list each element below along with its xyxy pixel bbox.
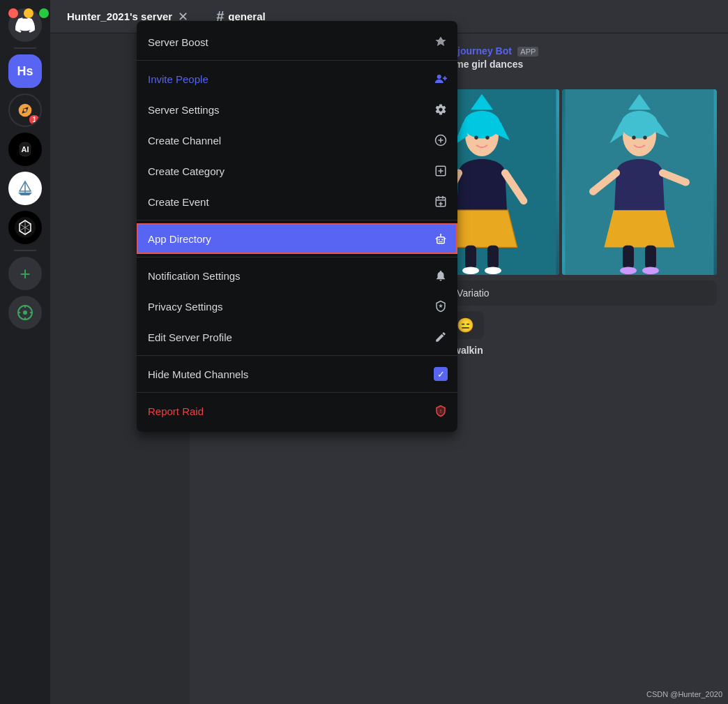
close-button[interactable] <box>8 8 18 18</box>
maximize-button[interactable] <box>39 8 49 18</box>
svg-rect-26 <box>437 237 445 244</box>
cube-server-icon <box>15 217 36 238</box>
menu-item-hide-muted-channels[interactable]: Hide Muted Channels ✓ <box>137 359 457 389</box>
boat-server-icon <box>13 176 38 201</box>
svg-point-31 <box>440 234 441 235</box>
bell-icon <box>432 267 449 284</box>
anime-figure-2 <box>562 89 717 275</box>
svg-point-44 <box>474 136 478 140</box>
shield-star-icon <box>432 298 449 315</box>
menu-separator-3 <box>137 257 457 257</box>
menu-separator-1 <box>137 60 457 61</box>
plus-square-icon <box>432 163 449 179</box>
ai-server-icon: AI <box>14 138 36 160</box>
sidebar-item-cube-server[interactable] <box>8 211 42 244</box>
svg-point-13 <box>437 75 441 79</box>
boost-icon <box>432 33 449 50</box>
svg-rect-48 <box>623 246 634 269</box>
invite-icon <box>432 70 449 87</box>
gear-icon <box>432 101 449 118</box>
menu-item-server-settings[interactable]: Server Settings <box>137 94 457 125</box>
menu-item-edit-server-profile[interactable]: Edit Server Profile <box>137 322 457 352</box>
svg-point-51 <box>642 267 659 274</box>
sidebar-item-ai-server[interactable]: AI <box>8 133 42 166</box>
notification-badge: 1 <box>28 114 40 126</box>
svg-rect-40 <box>487 246 499 269</box>
svg-point-43 <box>463 111 500 139</box>
menu-item-invite-people[interactable]: Invite People <box>137 63 457 94</box>
sidebar-item-add-server[interactable]: + <box>8 257 42 290</box>
minimize-button[interactable] <box>24 8 33 18</box>
menu-item-create-event[interactable]: Create Event <box>137 186 457 217</box>
sidebar-item-hs-server[interactable]: Hs <box>8 54 42 88</box>
sidebar-divider-2 <box>14 250 36 251</box>
menu-item-server-boost[interactable]: Server Boost <box>137 27 457 57</box>
menu-item-notification-settings[interactable]: Notification Settings <box>137 260 457 291</box>
add-server-icon: + <box>20 264 30 283</box>
svg-point-54 <box>643 136 646 140</box>
svg-text:!: ! <box>440 408 442 414</box>
svg-point-50 <box>620 267 637 274</box>
checkbox-checked-icon: ✓ <box>432 366 449 382</box>
svg-rect-49 <box>645 246 656 269</box>
discover-icon <box>17 304 33 321</box>
window-controls <box>8 8 49 18</box>
svg-point-53 <box>632 136 635 140</box>
robot-icon <box>432 230 449 247</box>
svg-point-1 <box>24 109 27 112</box>
menu-separator-5 <box>137 392 457 393</box>
menu-separator-2 <box>137 220 457 220</box>
svg-point-45 <box>485 136 489 140</box>
anime-image-2 <box>562 89 717 275</box>
menu-item-app-directory[interactable]: App Directory <box>137 223 457 254</box>
menu-item-create-category[interactable]: Create Category <box>137 156 457 186</box>
pencil-edit-icon <box>432 329 449 345</box>
svg-text:AI: AI <box>22 145 29 153</box>
sidebar-item-pencil-server[interactable]: 1 <box>8 93 42 127</box>
sidebar-divider <box>14 47 36 49</box>
svg-point-52 <box>621 111 658 139</box>
menu-separator-4 <box>137 355 457 356</box>
sidebar-item-boat-server[interactable] <box>8 172 42 205</box>
watermark-text: CSDN @Hunter_2020 <box>646 690 722 698</box>
svg-point-8 <box>23 310 27 315</box>
shield-danger-icon: ! <box>432 403 449 419</box>
sidebar-item-discover[interactable] <box>8 296 42 329</box>
hs-server-label: Hs <box>17 64 33 79</box>
svg-point-42 <box>485 267 501 274</box>
server-sidebar: Hs 1 AI <box>0 0 50 704</box>
svg-point-41 <box>462 267 479 274</box>
menu-item-create-channel[interactable]: Create Channel <box>137 125 457 156</box>
svg-rect-39 <box>465 246 476 269</box>
context-menu: Server Boost Invite People Server Settin… <box>137 21 457 432</box>
plus-circle-icon <box>432 132 449 149</box>
menu-item-report-raid[interactable]: Report Raid ! <box>137 396 457 426</box>
menu-item-privacy-settings[interactable]: Privacy Settings <box>137 291 457 322</box>
svg-point-27 <box>439 239 440 240</box>
svg-point-28 <box>441 239 443 240</box>
calendar-plus-icon <box>432 193 449 210</box>
